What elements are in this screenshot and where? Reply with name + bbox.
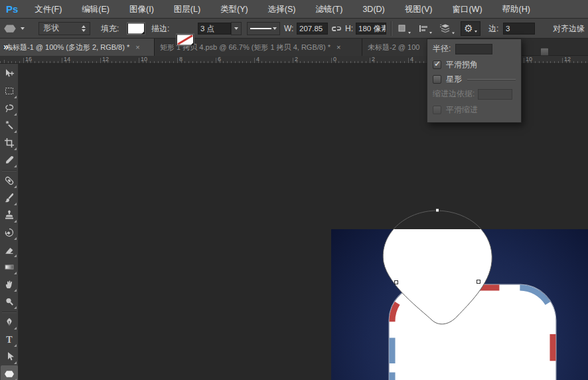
ruler-major-tick: [293, 58, 293, 63]
tool-preset-picker[interactable]: [3, 22, 25, 35]
updown-arrows-icon: [82, 25, 86, 32]
ruler-tick: [389, 61, 390, 63]
ruler-tick: [338, 61, 339, 63]
shape-width-field[interactable]: 207.85: [297, 23, 328, 35]
fill-swatch[interactable]: [127, 23, 145, 34]
smooth-corners-checkbox[interactable]: [433, 60, 441, 69]
ruler-tick: [366, 61, 366, 63]
path-arrangement-button[interactable]: [439, 23, 455, 34]
menu-item-10[interactable]: 帮助(H): [492, 0, 540, 19]
stroke-width-dropdown[interactable]: [231, 22, 242, 35]
eraser-tool-icon: [4, 244, 15, 255]
gradient-tool-icon: [4, 262, 15, 272]
eraser-tool[interactable]: [1, 241, 18, 258]
menu-item-2[interactable]: 图像(I): [119, 0, 164, 19]
geometry-options-gear-button[interactable]: ⚙: [461, 21, 480, 36]
menu-item-5[interactable]: 选择(S): [258, 0, 306, 19]
ruler-tick: [111, 61, 112, 63]
move-tool[interactable]: [1, 65, 18, 82]
path-operations-button[interactable]: [397, 23, 411, 34]
polygon-options-panel: 半径: 平滑拐角 星形 缩进边依据: 平滑缩进: [427, 39, 522, 123]
menu-item-8[interactable]: 视图(V): [395, 0, 443, 19]
toolbar-separator: [2, 170, 17, 171]
ruler-tick: [42, 61, 43, 63]
star-label: 星形: [446, 74, 462, 85]
chevron-down-icon: [452, 32, 455, 34]
menu-item-1[interactable]: 编辑(E): [72, 0, 119, 19]
polygon-tool[interactable]: [1, 365, 18, 380]
menu-item-3[interactable]: 图层(L): [164, 0, 210, 19]
menu-item-9[interactable]: 窗口(W): [442, 0, 492, 19]
ruler-tick: [246, 61, 247, 63]
path-select-tool[interactable]: [1, 348, 18, 365]
smudge-tool[interactable]: [1, 276, 18, 293]
magic-wand-tool[interactable]: [1, 117, 18, 134]
history-brush-tool[interactable]: [1, 224, 18, 241]
menu-item-0[interactable]: 文件(F): [25, 0, 72, 19]
menu-item-7[interactable]: 3D(D): [352, 0, 394, 19]
ruler-major-tick: [177, 58, 178, 63]
lasso-tool-icon: [4, 103, 15, 114]
chevron-down-icon: [475, 31, 477, 33]
ruler-tick: [77, 61, 78, 63]
ruler-tick: [73, 61, 74, 63]
menu-bar: Ps 文件(F)编辑(E)图像(I)图层(L)类型(Y)选择(S)滤镜(T)3D…: [0, 0, 588, 19]
ruler-label: 0: [333, 56, 336, 62]
ruler-tick: [92, 61, 93, 63]
eyedropper-tool[interactable]: [1, 151, 18, 169]
ruler-tick: [235, 61, 236, 63]
stroke-swatch[interactable]: [177, 34, 194, 45]
height-label: H:: [345, 24, 353, 33]
marquee-tool[interactable]: [1, 82, 18, 100]
ruler-tick: [377, 61, 378, 63]
menu-items: 文件(F)编辑(E)图像(I)图层(L)类型(Y)选择(S)滤镜(T)3D(D)…: [25, 0, 540, 19]
anchor-point-left[interactable]: [395, 281, 398, 284]
shape-height-field[interactable]: 180 像素: [356, 23, 386, 35]
ruler-tick: [415, 61, 416, 63]
crop-tool[interactable]: [1, 134, 18, 151]
ruler-tick: [308, 61, 309, 63]
ruler-tick: [273, 61, 274, 63]
tool-mode-select[interactable]: 形状: [38, 22, 90, 35]
lasso-tool[interactable]: [1, 100, 18, 117]
path-alignment-button[interactable]: [418, 23, 432, 34]
ruler-tick: [96, 61, 97, 63]
ruler-tick: [119, 61, 120, 63]
type-tool[interactable]: T: [1, 331, 18, 348]
gear-icon: ⚙: [464, 23, 473, 35]
align-edges-checkbox[interactable]: [540, 47, 549, 56]
link-dimensions-icon[interactable]: [331, 23, 342, 34]
anchor-point-right[interactable]: [477, 280, 480, 284]
path-select-tool-icon: [4, 351, 15, 362]
crop-tool-icon: [4, 138, 15, 148]
ruler-tick: [165, 61, 166, 63]
stroke-style-dropdown[interactable]: [247, 22, 280, 35]
healing-brush-tool[interactable]: [1, 172, 18, 189]
brush-tool[interactable]: [1, 189, 18, 207]
ruler-tick: [323, 61, 324, 63]
magic-wand-tool-icon: [4, 120, 15, 131]
dodge-tool[interactable]: [1, 293, 18, 310]
ruler-tick: [81, 61, 82, 63]
stroke-width-field[interactable]: 3 点: [198, 23, 231, 35]
ruler-label: 2: [295, 56, 298, 62]
ruler-tick: [239, 61, 240, 63]
chevron-down-icon: [141, 27, 145, 34]
menu-item-4[interactable]: 类型(Y): [210, 0, 258, 19]
ruler-tick: [539, 61, 540, 63]
ruler-tick: [0, 61, 1, 63]
menu-item-6[interactable]: 滤镜(T): [305, 0, 352, 19]
sides-field[interactable]: 3: [503, 23, 535, 35]
ruler-label: 6: [218, 56, 221, 62]
ruler-label: 2: [372, 56, 375, 62]
gradient-tool[interactable]: [1, 258, 18, 276]
clone-stamp-tool[interactable]: [1, 207, 18, 224]
anchor-point-top[interactable]: [436, 209, 439, 212]
radius-field[interactable]: [455, 44, 492, 54]
marquee-tool-icon: [4, 86, 15, 96]
ruler-tick: [558, 61, 559, 63]
ruler-tick: [192, 61, 193, 63]
path-alignment-icon: [418, 23, 429, 34]
pen-tool[interactable]: [1, 314, 18, 331]
star-checkbox[interactable]: [433, 75, 441, 84]
